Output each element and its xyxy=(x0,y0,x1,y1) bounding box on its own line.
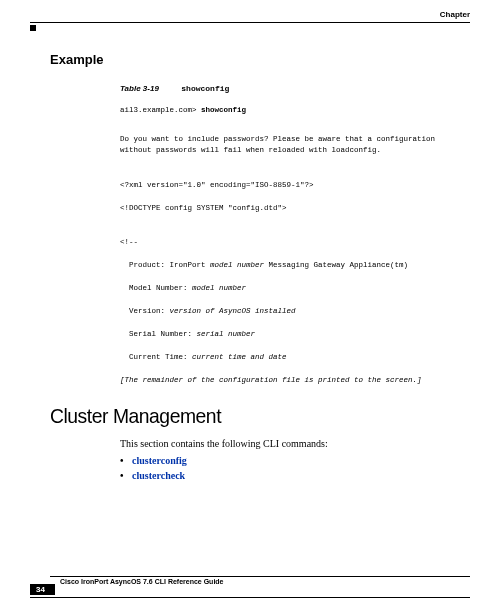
cli-prompt-host: ail3.example.com> xyxy=(120,106,197,114)
link-clustercheck[interactable]: clustercheck xyxy=(132,470,185,481)
cli-serial-line: Serial Number: serial number xyxy=(120,329,470,340)
table-label: Table 3-19 xyxy=(120,84,159,93)
cli-command-list: clusterconfig clustercheck xyxy=(120,455,470,481)
footer-title: Cisco IronPort AsyncOS 7.6 CLI Reference… xyxy=(60,578,470,585)
table-command-name: showconfig xyxy=(181,84,229,93)
header-rule xyxy=(30,22,470,23)
cli-xml-decl: <?xml version="1.0" encoding="ISO-8859-1… xyxy=(120,180,470,191)
footer: Cisco IronPort AsyncOS 7.6 CLI Reference… xyxy=(30,576,470,585)
page-number: 34 xyxy=(30,584,55,595)
cli-output: ail3.example.com> showconfig Do you want… xyxy=(120,105,470,386)
page-content: Example Table 3-19 showconfig ail3.examp… xyxy=(50,52,470,485)
list-item: clustercheck xyxy=(120,470,470,481)
footer-rule-2 xyxy=(30,597,470,598)
cli-doctype: <!DOCTYPE config SYSTEM "config.dtd"> xyxy=(120,203,470,214)
section-heading: Cluster Management xyxy=(50,404,436,428)
cli-version-line: Version: version of AsyncOS installed xyxy=(120,306,470,317)
table-caption: Table 3-19 showconfig xyxy=(120,77,470,95)
cli-comment-open: <!-- xyxy=(120,237,470,248)
footer-rule xyxy=(50,576,470,577)
cli-time-line: Current Time: current time and date xyxy=(120,352,470,363)
cli-remainder: [The remainder of the configuration file… xyxy=(120,375,470,386)
cli-product-line: Product: IronPort model number Messaging… xyxy=(120,260,470,271)
cli-prompt-line: ail3.example.com> showconfig xyxy=(120,105,470,116)
section-intro: This section contains the following CLI … xyxy=(120,438,470,449)
cli-prompt-cmd: showconfig xyxy=(201,106,246,114)
cli-model-line: Model Number: model number xyxy=(120,283,470,294)
cli-question: Do you want to include passwords? Please… xyxy=(120,134,470,156)
list-item: clusterconfig xyxy=(120,455,470,466)
header-chapter: Chapter xyxy=(440,10,470,19)
header-mark xyxy=(30,25,36,31)
link-clusterconfig[interactable]: clusterconfig xyxy=(132,455,187,466)
example-heading: Example xyxy=(50,52,470,67)
